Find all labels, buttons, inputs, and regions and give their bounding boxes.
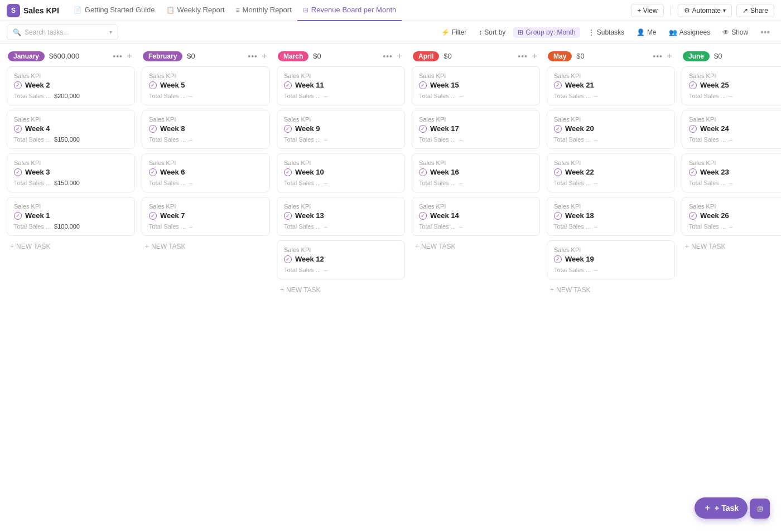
card-w8[interactable]: Sales KPI ✓ Week 8 Total Sales ...– <box>142 110 270 149</box>
card-w23[interactable]: Sales KPI ✓ Week 23 Total Sales ...– <box>682 153 781 192</box>
col-menu-april[interactable]: ••• <box>518 52 528 61</box>
card-w14[interactable]: Sales KPI ✓ Week 14 Total Sales ...– <box>412 197 540 236</box>
col-menu-march[interactable]: ••• <box>383 52 393 61</box>
nav-tab-weekly-report[interactable]: 📋Weekly Report <box>161 0 230 21</box>
card-w6[interactable]: Sales KPI ✓ Week 6 Total Sales ...– <box>142 153 270 192</box>
col-menu-january[interactable]: ••• <box>113 52 123 61</box>
me-button[interactable]: 👤 Me <box>632 27 661 38</box>
card-check-w25[interactable]: ✓ <box>689 81 697 89</box>
card-check-w5[interactable]: ✓ <box>149 81 157 89</box>
card-title-w15: Week 15 <box>430 81 459 89</box>
card-w25[interactable]: Sales KPI ✓ Week 25 Total Sales ...– <box>682 66 781 105</box>
card-check-w3[interactable]: ✓ <box>14 168 22 176</box>
card-w7[interactable]: Sales KPI ✓ Week 7 Total Sales ...– <box>142 197 270 236</box>
sort-button[interactable]: ↕ Sort by <box>474 27 510 38</box>
card-w13[interactable]: Sales KPI ✓ Week 13 Total Sales ...– <box>277 197 405 236</box>
card-check-w17[interactable]: ✓ <box>419 125 427 133</box>
nav-tab-monthly-report[interactable]: ≡Monthly Report <box>230 0 297 21</box>
card-w12[interactable]: Sales KPI ✓ Week 12 Total Sales ...– <box>277 240 405 279</box>
meta-label-w26: Total Sales ... <box>689 223 726 230</box>
card-check-w10[interactable]: ✓ <box>284 168 292 176</box>
subtasks-button[interactable]: ⋮ Subtasks <box>584 27 629 38</box>
card-w5[interactable]: Sales KPI ✓ Week 5 Total Sales ...– <box>142 66 270 105</box>
new-task-january[interactable]: +NEW TASK <box>7 240 135 253</box>
share-button[interactable]: ↗ Share <box>736 4 774 17</box>
card-check-w13[interactable]: ✓ <box>284 212 292 220</box>
card-w17[interactable]: Sales KPI ✓ Week 17 Total Sales ...– <box>412 110 540 149</box>
col-add-january[interactable]: ＋ <box>125 50 134 62</box>
new-task-march[interactable]: +NEW TASK <box>277 284 405 296</box>
card-w24[interactable]: Sales KPI ✓ Week 24 Total Sales ...– <box>682 110 781 149</box>
card-w2[interactable]: Sales KPI ✓ Week 2 Total Sales ...$200,0… <box>7 66 135 105</box>
check-icon-w25: ✓ <box>691 83 695 88</box>
card-w11[interactable]: Sales KPI ✓ Week 11 Total Sales ...– <box>277 66 405 105</box>
col-add-may[interactable]: ＋ <box>665 50 674 62</box>
col-menu-february[interactable]: ••• <box>248 52 258 61</box>
card-check-w14[interactable]: ✓ <box>419 212 427 220</box>
card-title-w23: Week 23 <box>700 168 729 176</box>
card-tag-w21: Sales KPI <box>554 72 668 79</box>
new-task-february[interactable]: +NEW TASK <box>142 240 270 253</box>
assignees-button[interactable]: 👥 Assignees <box>664 27 715 38</box>
card-check-w21[interactable]: ✓ <box>554 81 562 89</box>
card-w19[interactable]: Sales KPI ✓ Week 19 Total Sales ...– <box>547 240 675 279</box>
card-w3[interactable]: Sales KPI ✓ Week 3 Total Sales ...$150,0… <box>7 153 135 192</box>
view-button[interactable]: + View <box>631 4 663 17</box>
card-check-w24[interactable]: ✓ <box>689 125 697 133</box>
card-check-w11[interactable]: ✓ <box>284 81 292 89</box>
card-w9[interactable]: Sales KPI ✓ Week 9 Total Sales ...– <box>277 110 405 149</box>
card-check-w26[interactable]: ✓ <box>689 212 697 220</box>
nav-tab-getting-started[interactable]: 📄Getting Started Guide <box>68 0 161 21</box>
meta-label-w6: Total Sales ... <box>149 180 186 186</box>
card-check-w20[interactable]: ✓ <box>554 125 562 133</box>
nav-tab-revenue-board[interactable]: ⊟Revenue Board per Month <box>297 0 402 21</box>
card-check-w8[interactable]: ✓ <box>149 125 157 133</box>
card-check-w15[interactable]: ✓ <box>419 81 427 89</box>
check-icon-w24: ✓ <box>691 126 695 132</box>
col-add-february[interactable]: ＋ <box>260 50 269 62</box>
card-check-w7[interactable]: ✓ <box>149 212 157 220</box>
card-w15[interactable]: Sales KPI ✓ Week 15 Total Sales ...– <box>412 66 540 105</box>
group-by-button[interactable]: ⊞ Group by: Month <box>513 27 580 38</box>
card-check-w19[interactable]: ✓ <box>554 255 562 263</box>
card-check-w12[interactable]: ✓ <box>284 255 292 263</box>
col-add-april[interactable]: ＋ <box>530 50 539 62</box>
new-task-label-march: NEW TASK <box>286 286 321 294</box>
card-tag-w12: Sales KPI <box>284 246 398 253</box>
card-check-w22[interactable]: ✓ <box>554 168 562 176</box>
col-add-march[interactable]: ＋ <box>395 50 404 62</box>
card-w20[interactable]: Sales KPI ✓ Week 20 Total Sales ...– <box>547 110 675 149</box>
new-task-may[interactable]: +NEW TASK <box>547 284 675 296</box>
month-badge-march: March <box>278 51 308 61</box>
card-check-w18[interactable]: ✓ <box>554 212 562 220</box>
app-logo[interactable]: S Sales KPI <box>7 4 59 17</box>
card-check-w16[interactable]: ✓ <box>419 168 427 176</box>
fab-grid-button[interactable]: ⊞ <box>750 499 770 519</box>
card-check-w2[interactable]: ✓ <box>14 81 22 89</box>
search-box[interactable]: 🔍 Search tasks... ▾ <box>7 25 118 40</box>
card-w4[interactable]: Sales KPI ✓ Week 4 Total Sales ...$150,0… <box>7 110 135 149</box>
card-w18[interactable]: Sales KPI ✓ Week 18 Total Sales ...– <box>547 197 675 236</box>
card-w26[interactable]: Sales KPI ✓ Week 26 Total Sales ...– <box>682 197 781 236</box>
card-check-w9[interactable]: ✓ <box>284 125 292 133</box>
card-title-row-w11: ✓ Week 11 <box>284 81 398 89</box>
card-check-w6[interactable]: ✓ <box>149 168 157 176</box>
show-button[interactable]: 👁 Show <box>718 27 753 38</box>
card-w10[interactable]: Sales KPI ✓ Week 10 Total Sales ...– <box>277 153 405 192</box>
card-w21[interactable]: Sales KPI ✓ Week 21 Total Sales ...– <box>547 66 675 105</box>
card-w22[interactable]: Sales KPI ✓ Week 22 Total Sales ...– <box>547 153 675 192</box>
fab-task-button[interactable]: ＋ + Task <box>695 497 748 519</box>
filter-button[interactable]: ⚡ Filter <box>437 27 471 38</box>
automate-button[interactable]: ⚙ Automate ▾ <box>678 4 732 17</box>
new-task-april[interactable]: +NEW TASK <box>412 240 540 253</box>
more-options-button[interactable]: ••• <box>756 26 774 39</box>
card-w1[interactable]: Sales KPI ✓ Week 1 Total Sales ...$100,0… <box>7 197 135 236</box>
card-check-w23[interactable]: ✓ <box>689 168 697 176</box>
col-menu-may[interactable]: ••• <box>653 52 663 61</box>
new-task-june[interactable]: +NEW TASK <box>682 240 781 253</box>
card-check-w1[interactable]: ✓ <box>14 212 22 220</box>
card-tag-w7: Sales KPI <box>149 203 263 210</box>
card-check-w4[interactable]: ✓ <box>14 125 22 133</box>
card-w16[interactable]: Sales KPI ✓ Week 16 Total Sales ...– <box>412 153 540 192</box>
check-icon-w15: ✓ <box>421 83 425 88</box>
